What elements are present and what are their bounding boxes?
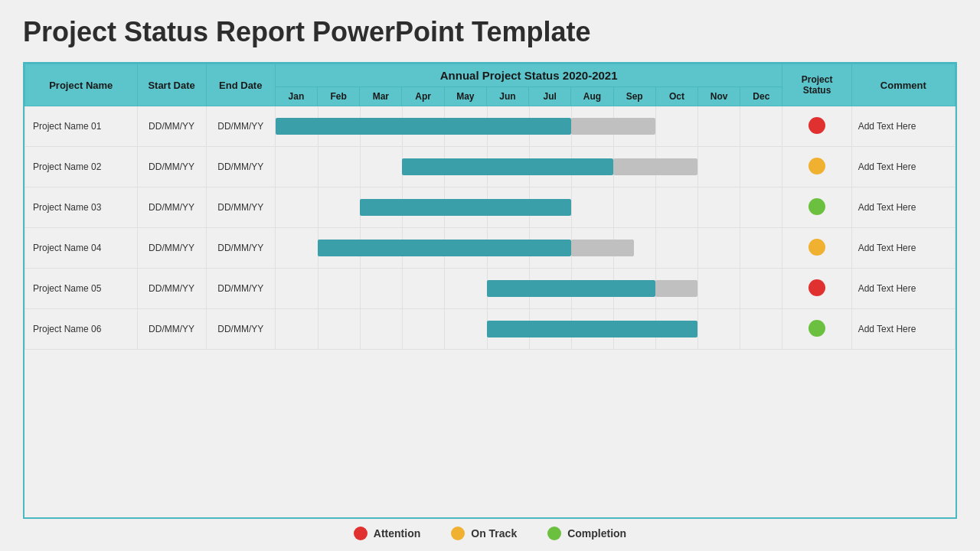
comment-cell: Add Text Here bbox=[851, 106, 955, 147]
comment-cell: Add Text Here bbox=[851, 187, 955, 228]
legend-attention: Attention bbox=[354, 527, 420, 540]
table-row: Project Name 03DD/MM/YYDD/MM/YYAdd Text … bbox=[25, 187, 956, 228]
end-date-cell: DD/MM/YY bbox=[206, 309, 275, 350]
gantt-teal-bar bbox=[318, 240, 571, 256]
col-header-end-date: End Date bbox=[206, 64, 275, 106]
gantt-teal-bar bbox=[360, 199, 571, 216]
legend-green-dot bbox=[547, 527, 561, 540]
end-date-cell: DD/MM/YY bbox=[206, 187, 275, 228]
end-date-cell: DD/MM/YY bbox=[206, 106, 275, 147]
gantt-bar-cell bbox=[275, 147, 782, 187]
status-dot bbox=[808, 279, 825, 296]
gantt-gray-bar bbox=[613, 158, 697, 175]
status-dot bbox=[808, 158, 825, 174]
project-name-cell: Project Name 06 bbox=[25, 309, 138, 350]
end-date-cell: DD/MM/YY bbox=[206, 228, 275, 269]
project-name-cell: Project Name 05 bbox=[25, 269, 138, 309]
legend-on-track: On Track bbox=[451, 527, 517, 540]
col-header-comment: Comment bbox=[851, 64, 955, 106]
gantt-bar-cell bbox=[275, 187, 782, 228]
status-cell bbox=[782, 309, 851, 350]
legend-yellow-dot bbox=[451, 527, 465, 540]
gantt-gray-bar bbox=[571, 118, 655, 135]
start-date-cell: DD/MM/YY bbox=[137, 309, 206, 350]
start-date-cell: DD/MM/YY bbox=[137, 147, 206, 187]
end-date-cell: DD/MM/YY bbox=[206, 147, 275, 187]
legend-completion: Completion bbox=[547, 527, 626, 540]
gantt-table: Project Name Start Date End Date Annual … bbox=[24, 64, 956, 350]
month-header-oct: Oct bbox=[655, 87, 697, 106]
status-dot bbox=[808, 117, 825, 134]
legend-red-dot bbox=[354, 527, 368, 540]
gantt-gray-bar bbox=[655, 280, 697, 297]
month-header-apr: Apr bbox=[402, 87, 444, 106]
gantt-teal-bar bbox=[402, 158, 613, 175]
month-header-may: May bbox=[444, 87, 486, 106]
table-row: Project Name 02DD/MM/YYDD/MM/YYAdd Text … bbox=[25, 147, 956, 187]
gantt-body: Project Name 01DD/MM/YYDD/MM/YYAdd Text … bbox=[25, 106, 956, 350]
month-header-jun: Jun bbox=[486, 87, 528, 106]
col-header-project-name: Project Name bbox=[25, 64, 138, 106]
header-top-row: Project Name Start Date End Date Annual … bbox=[25, 64, 956, 87]
page-title: Project Status Report PowerPoint Templat… bbox=[23, 15, 957, 48]
end-date-cell: DD/MM/YY bbox=[206, 269, 275, 309]
project-name-cell: Project Name 01 bbox=[25, 106, 138, 147]
comment-cell: Add Text Here bbox=[851, 147, 955, 187]
month-header-jan: Jan bbox=[275, 87, 317, 106]
table-row: Project Name 01DD/MM/YYDD/MM/YYAdd Text … bbox=[25, 106, 956, 147]
comment-cell: Add Text Here bbox=[851, 309, 955, 350]
status-dot bbox=[808, 320, 825, 337]
table-row: Project Name 06DD/MM/YYDD/MM/YYAdd Text … bbox=[25, 309, 956, 350]
month-header-feb: Feb bbox=[318, 87, 360, 106]
legend-on-track-label: On Track bbox=[471, 527, 517, 540]
status-cell bbox=[782, 228, 851, 269]
start-date-cell: DD/MM/YY bbox=[137, 269, 206, 309]
gantt-teal-bar bbox=[276, 118, 571, 135]
project-name-cell: Project Name 02 bbox=[25, 147, 138, 187]
month-header-sep: Sep bbox=[613, 87, 655, 106]
start-date-cell: DD/MM/YY bbox=[137, 187, 206, 228]
status-cell bbox=[782, 147, 851, 187]
gantt-teal-bar bbox=[487, 321, 698, 337]
col-header-start-date: Start Date bbox=[137, 64, 206, 106]
month-header-nov: Nov bbox=[698, 87, 740, 106]
col-header-project-status: Project Status bbox=[782, 64, 851, 106]
status-dot bbox=[808, 239, 825, 256]
start-date-cell: DD/MM/YY bbox=[137, 106, 206, 147]
comment-cell: Add Text Here bbox=[851, 269, 955, 309]
gantt-bar-cell bbox=[275, 269, 782, 309]
month-header-mar: Mar bbox=[360, 87, 402, 106]
annual-header: Annual Project Status 2020-2021 bbox=[275, 64, 782, 87]
project-name-cell: Project Name 04 bbox=[25, 228, 138, 269]
legend: Attention On Track Completion bbox=[23, 519, 957, 543]
status-cell bbox=[782, 269, 851, 309]
project-name-cell: Project Name 03 bbox=[25, 187, 138, 228]
gantt-bar-cell bbox=[275, 309, 782, 350]
start-date-cell: DD/MM/YY bbox=[137, 228, 206, 269]
status-cell bbox=[782, 106, 851, 147]
gantt-teal-bar bbox=[487, 280, 656, 297]
gantt-table-wrapper: Project Name Start Date End Date Annual … bbox=[23, 62, 957, 519]
comment-cell: Add Text Here bbox=[851, 228, 955, 269]
gantt-bar-cell bbox=[275, 228, 782, 269]
gantt-gray-bar bbox=[571, 240, 635, 256]
month-header-dec: Dec bbox=[740, 87, 782, 106]
status-dot bbox=[808, 198, 825, 215]
legend-completion-label: Completion bbox=[567, 527, 626, 540]
table-row: Project Name 04DD/MM/YYDD/MM/YYAdd Text … bbox=[25, 228, 956, 269]
table-row: Project Name 05DD/MM/YYDD/MM/YYAdd Text … bbox=[25, 269, 956, 309]
status-cell bbox=[782, 187, 851, 228]
legend-attention-label: Attention bbox=[374, 527, 420, 540]
month-header-aug: Aug bbox=[571, 87, 613, 106]
gantt-bar-cell bbox=[275, 106, 782, 147]
month-header-jul: Jul bbox=[529, 87, 571, 106]
